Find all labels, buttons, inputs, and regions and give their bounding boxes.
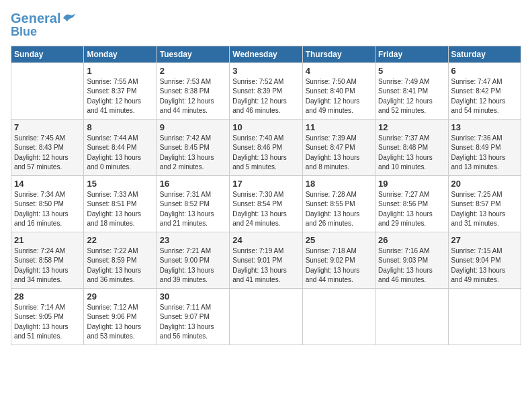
day-info: Sunrise: 7:30 AM Sunset: 8:54 PM Dayligh…: [232, 190, 299, 229]
calendar-table: SundayMondayTuesdayWednesdayThursdayFrid…: [11, 46, 521, 345]
day-info: Sunrise: 7:16 AM Sunset: 9:03 PM Dayligh…: [378, 246, 445, 285]
header-cell-saturday: Saturday: [448, 46, 521, 62]
day-info: Sunrise: 7:19 AM Sunset: 9:01 PM Dayligh…: [232, 246, 299, 285]
day-number: 25: [306, 235, 372, 245]
day-info: Sunrise: 7:18 AM Sunset: 9:02 PM Dayligh…: [306, 246, 372, 285]
calendar-cell: 22Sunrise: 7:22 AM Sunset: 8:59 PM Dayli…: [84, 232, 157, 288]
logo-text: General: [11, 11, 60, 26]
calendar-cell: 8Sunrise: 7:44 AM Sunset: 8:44 PM Daylig…: [84, 119, 157, 175]
day-number: 2: [160, 66, 226, 76]
calendar-cell: 27Sunrise: 7:15 AM Sunset: 9:04 PM Dayli…: [448, 232, 521, 288]
calendar-cell: 21Sunrise: 7:24 AM Sunset: 8:58 PM Dayli…: [11, 232, 84, 288]
calendar-cell: 2Sunrise: 7:53 AM Sunset: 8:38 PM Daylig…: [157, 62, 229, 119]
calendar-cell: [11, 62, 84, 119]
day-number: 24: [232, 235, 299, 245]
day-info: Sunrise: 7:34 AM Sunset: 8:50 PM Dayligh…: [14, 190, 81, 229]
day-info: Sunrise: 7:15 AM Sunset: 9:04 PM Dayligh…: [451, 246, 518, 285]
day-info: Sunrise: 7:40 AM Sunset: 8:46 PM Dayligh…: [232, 134, 299, 173]
day-info: Sunrise: 7:44 AM Sunset: 8:44 PM Dayligh…: [87, 134, 153, 173]
header-cell-wednesday: Wednesday: [230, 46, 302, 62]
calendar-cell: 24Sunrise: 7:19 AM Sunset: 9:01 PM Dayli…: [230, 232, 302, 288]
calendar-cell: 19Sunrise: 7:27 AM Sunset: 8:56 PM Dayli…: [375, 175, 448, 232]
day-info: Sunrise: 7:22 AM Sunset: 8:59 PM Dayligh…: [87, 246, 153, 285]
day-number: 16: [160, 179, 226, 189]
calendar-cell: 1Sunrise: 7:55 AM Sunset: 8:37 PM Daylig…: [84, 62, 157, 119]
header-cell-sunday: Sunday: [11, 46, 84, 62]
calendar-cell: 28Sunrise: 7:14 AM Sunset: 9:05 PM Dayli…: [11, 288, 84, 345]
day-number: 9: [160, 122, 226, 132]
calendar-cell: 6Sunrise: 7:47 AM Sunset: 8:42 PM Daylig…: [448, 62, 521, 119]
day-number: 30: [160, 291, 226, 302]
day-number: 13: [451, 122, 518, 132]
day-number: 6: [451, 66, 518, 76]
week-row-1: 1Sunrise: 7:55 AM Sunset: 8:37 PM Daylig…: [11, 62, 521, 119]
calendar-cell: 15Sunrise: 7:33 AM Sunset: 8:51 PM Dayli…: [84, 175, 157, 232]
calendar-cell: 26Sunrise: 7:16 AM Sunset: 9:03 PM Dayli…: [375, 232, 448, 288]
day-number: 14: [14, 179, 81, 189]
header-cell-thursday: Thursday: [302, 46, 375, 62]
calendar-cell: [302, 288, 375, 345]
day-info: Sunrise: 7:12 AM Sunset: 9:06 PM Dayligh…: [87, 303, 153, 342]
calendar-cell: 16Sunrise: 7:31 AM Sunset: 8:52 PM Dayli…: [157, 175, 229, 232]
calendar-header: SundayMondayTuesdayWednesdayThursdayFrid…: [11, 46, 521, 62]
day-number: 28: [14, 291, 81, 302]
logo-blue: Blue: [11, 26, 37, 39]
day-number: 12: [378, 122, 445, 132]
day-number: 4: [306, 66, 372, 76]
day-info: Sunrise: 7:14 AM Sunset: 9:05 PM Dayligh…: [14, 303, 81, 342]
calendar-cell: 13Sunrise: 7:36 AM Sunset: 8:49 PM Dayli…: [448, 119, 521, 175]
week-row-2: 7Sunrise: 7:45 AM Sunset: 8:43 PM Daylig…: [11, 119, 521, 175]
calendar-cell: 30Sunrise: 7:11 AM Sunset: 9:07 PM Dayli…: [157, 288, 229, 345]
header-cell-monday: Monday: [84, 46, 157, 62]
day-number: 1: [87, 66, 153, 76]
calendar-cell: 14Sunrise: 7:34 AM Sunset: 8:50 PM Dayli…: [11, 175, 84, 232]
day-number: 17: [232, 179, 299, 189]
day-number: 10: [232, 122, 299, 132]
day-number: 11: [306, 122, 372, 132]
day-number: 5: [378, 66, 445, 76]
day-info: Sunrise: 7:36 AM Sunset: 8:49 PM Dayligh…: [451, 134, 518, 173]
day-info: Sunrise: 7:37 AM Sunset: 8:48 PM Dayligh…: [378, 134, 445, 173]
day-info: Sunrise: 7:33 AM Sunset: 8:51 PM Dayligh…: [87, 190, 153, 229]
calendar-cell: 23Sunrise: 7:21 AM Sunset: 9:00 PM Dayli…: [157, 232, 229, 288]
calendar-cell: 7Sunrise: 7:45 AM Sunset: 8:43 PM Daylig…: [11, 119, 84, 175]
calendar-cell: [230, 288, 302, 345]
header: General Blue: [11, 11, 521, 39]
logo-general: General: [11, 11, 60, 26]
day-number: 22: [87, 235, 153, 245]
calendar-cell: 11Sunrise: 7:39 AM Sunset: 8:47 PM Dayli…: [302, 119, 375, 175]
day-info: Sunrise: 7:52 AM Sunset: 8:39 PM Dayligh…: [232, 77, 299, 116]
day-number: 27: [451, 235, 518, 245]
day-number: 8: [87, 122, 153, 132]
day-number: 15: [87, 179, 153, 189]
calendar-cell: 17Sunrise: 7:30 AM Sunset: 8:54 PM Dayli…: [230, 175, 302, 232]
calendar-cell: 20Sunrise: 7:25 AM Sunset: 8:57 PM Dayli…: [448, 175, 521, 232]
day-number: 3: [232, 66, 299, 76]
day-info: Sunrise: 7:42 AM Sunset: 8:45 PM Dayligh…: [160, 134, 226, 173]
day-number: 18: [306, 179, 372, 189]
week-row-5: 28Sunrise: 7:14 AM Sunset: 9:05 PM Dayli…: [11, 288, 521, 345]
day-info: Sunrise: 7:47 AM Sunset: 8:42 PM Dayligh…: [451, 77, 518, 116]
day-number: 20: [451, 179, 518, 189]
day-info: Sunrise: 7:50 AM Sunset: 8:40 PM Dayligh…: [306, 77, 372, 116]
day-info: Sunrise: 7:53 AM Sunset: 8:38 PM Dayligh…: [160, 77, 226, 116]
day-number: 7: [14, 122, 81, 132]
day-number: 19: [378, 179, 445, 189]
calendar-cell: [448, 288, 521, 345]
calendar-cell: 3Sunrise: 7:52 AM Sunset: 8:39 PM Daylig…: [230, 62, 302, 119]
logo-bird-icon: [62, 12, 77, 24]
calendar-cell: 12Sunrise: 7:37 AM Sunset: 8:48 PM Dayli…: [375, 119, 448, 175]
day-number: 26: [378, 235, 445, 245]
calendar-cell: [375, 288, 448, 345]
day-info: Sunrise: 7:55 AM Sunset: 8:37 PM Dayligh…: [87, 77, 153, 116]
header-cell-friday: Friday: [375, 46, 448, 62]
header-cell-tuesday: Tuesday: [157, 46, 229, 62]
calendar-cell: 10Sunrise: 7:40 AM Sunset: 8:46 PM Dayli…: [230, 119, 302, 175]
day-number: 29: [87, 291, 153, 302]
day-info: Sunrise: 7:45 AM Sunset: 8:43 PM Dayligh…: [14, 134, 81, 173]
calendar-cell: 18Sunrise: 7:28 AM Sunset: 8:55 PM Dayli…: [302, 175, 375, 232]
day-info: Sunrise: 7:49 AM Sunset: 8:41 PM Dayligh…: [378, 77, 445, 116]
week-row-3: 14Sunrise: 7:34 AM Sunset: 8:50 PM Dayli…: [11, 175, 521, 232]
day-info: Sunrise: 7:21 AM Sunset: 9:00 PM Dayligh…: [160, 246, 226, 285]
header-row: SundayMondayTuesdayWednesdayThursdayFrid…: [11, 46, 521, 62]
